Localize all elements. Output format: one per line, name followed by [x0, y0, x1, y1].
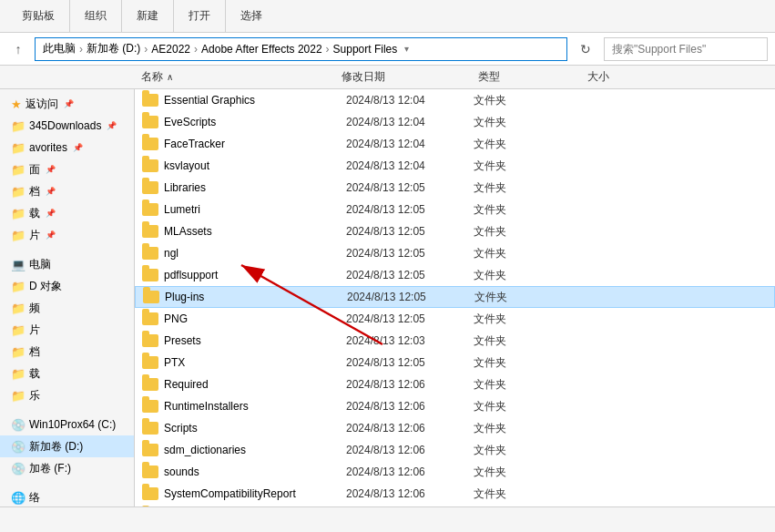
folder-icon: [142, 466, 158, 478]
col-size-header[interactable]: 大小: [587, 69, 678, 85]
folder-icon: [142, 116, 158, 128]
pin-icon: 📌: [46, 187, 56, 196]
col-name-header[interactable]: 名称 ∧: [141, 69, 342, 85]
folder-icon: [142, 225, 158, 238]
path-dropdown-icon[interactable]: ▾: [404, 44, 409, 54]
file-date: 2024/8/13 12:04: [346, 138, 474, 150]
file-row[interactable]: Required2024/8/13 12:06文件夹: [135, 373, 775, 395]
sidebar-item-pics[interactable]: 📁 片 📌: [0, 224, 134, 246]
file-type: 文件夹: [474, 246, 583, 261]
toolbar-open[interactable]: 打开: [174, 0, 226, 32]
sidebar-item-documents[interactable]: 📁 档: [0, 341, 134, 363]
file-type: 文件夹: [474, 93, 583, 108]
file-name: Presets: [164, 334, 346, 347]
sidebar-item-downloads[interactable]: 📁 345Downloads 📌: [0, 115, 134, 137]
folder-icon: [142, 312, 158, 325]
nav-up-button[interactable]: ↑: [7, 38, 29, 60]
sidebar-item-quickaccess[interactable]: ★ 返访问 📌: [0, 93, 134, 115]
sidebar-item-label: 载: [29, 366, 40, 382]
sidebar-item-favorites[interactable]: 📁 avorites 📌: [0, 137, 134, 159]
address-path[interactable]: 此电脑 › 新加卷 (D:) › AE2022 › Adobe After Ef…: [35, 37, 567, 61]
folder-icon: 📁: [11, 163, 25, 177]
folder-icon: 📁: [11, 141, 25, 155]
drive-icon: 💿: [11, 418, 25, 432]
sidebar-item-music[interactable]: 📁 乐: [0, 384, 134, 406]
file-row[interactable]: sounds2024/8/13 12:06文件夹: [135, 461, 775, 483]
file-name: MLAssets: [164, 225, 346, 238]
file-row[interactable]: MLAssets2024/8/13 12:05文件夹: [135, 220, 775, 242]
folder-icon: [143, 291, 159, 303]
folder-icon: [142, 422, 158, 435]
sidebar-item-label: 档: [29, 184, 40, 200]
file-row[interactable]: Libraries2024/8/13 12:05文件夹: [135, 177, 775, 199]
folder-icon: 📁: [11, 367, 25, 381]
toolbar-organize[interactable]: 组织: [70, 0, 122, 32]
sidebar-item-desktop[interactable]: 📁 面 📌: [0, 159, 134, 180]
file-row[interactable]: PNG2024/8/13 12:05文件夹: [135, 308, 775, 330]
file-row[interactable]: Lumetri2024/8/13 12:05文件夹: [135, 199, 775, 220]
file-type: 文件夹: [474, 268, 583, 283]
sidebar-item-docs[interactable]: 📁 档 📌: [0, 180, 134, 202]
folder-icon: 📁: [11, 229, 25, 242]
sidebar-item-3dobjects[interactable]: 📁 D 对象: [0, 275, 134, 297]
refresh-button[interactable]: ↻: [573, 36, 598, 62]
file-name: FaceTracker: [164, 138, 346, 150]
file-date: 2024/8/13 12:05: [346, 269, 474, 281]
file-type: 文件夹: [474, 290, 584, 305]
sidebar-item-drive-d[interactable]: 💿 新加卷 (D:): [0, 435, 134, 457]
sort-arrow-icon: ∧: [167, 72, 173, 82]
toolbar-new[interactable]: 新建: [122, 0, 174, 32]
sidebar-item-video[interactable]: 📁 频: [0, 297, 134, 319]
sidebar-item-photos[interactable]: 📁 片: [0, 319, 134, 341]
toolbar-select[interactable]: 选择: [226, 0, 277, 32]
sidebar-item-thispc[interactable]: 💻 电脑: [0, 253, 134, 275]
folder-icon: 📁: [11, 119, 25, 133]
folder-icon: [142, 94, 158, 107]
file-row[interactable]: EveScripts2024/8/13 12:04文件夹: [135, 111, 775, 133]
file-type: 文件夹: [474, 443, 583, 458]
file-date: 2024/8/13 12:05: [346, 225, 474, 238]
sidebar-item-drive-f[interactable]: 💿 加卷 (F:): [0, 457, 134, 479]
file-name: Required: [164, 378, 346, 391]
path-ae2022: AE2022: [151, 43, 190, 56]
file-row[interactable]: Plug-ins2024/8/13 12:05文件夹: [135, 286, 775, 308]
toolbar-clipboard[interactable]: 剪贴板: [7, 0, 70, 32]
col-type-header[interactable]: 类型: [478, 69, 587, 85]
file-type: 文件夹: [474, 115, 583, 130]
file-date: 2024/8/13 12:04: [346, 159, 474, 172]
file-date: 2024/8/13 12:05: [346, 312, 474, 325]
sidebar-item-label: 电脑: [29, 257, 51, 272]
file-date: 2024/8/13 12:04: [346, 94, 474, 107]
file-row[interactable]: PTX2024/8/13 12:05文件夹: [135, 352, 775, 373]
folder-icon: [142, 138, 158, 150]
file-row[interactable]: FaceTracker2024/8/13 12:04文件夹: [135, 133, 775, 155]
file-row[interactable]: ksvlayout2024/8/13 12:04文件夹: [135, 155, 775, 177]
file-row[interactable]: sdm_dictionaries2024/8/13 12:06文件夹: [135, 439, 775, 461]
file-type: 文件夹: [474, 224, 583, 240]
file-row[interactable]: ngl2024/8/13 12:05文件夹: [135, 242, 775, 264]
sidebar-item-label: 返访问: [25, 97, 58, 112]
sidebar-item-label: Win10Prox64 (C:): [29, 418, 116, 431]
file-name: ngl: [164, 247, 346, 260]
toolbar: 剪贴板 组织 新建 打开 选择: [0, 0, 775, 33]
folder-icon: [142, 159, 158, 172]
sidebar-item-download2[interactable]: 📁 载: [0, 363, 134, 384]
sidebar-item-network[interactable]: 🌐 络: [0, 486, 134, 506]
file-row[interactable]: Presets2024/8/13 12:03文件夹: [135, 330, 775, 352]
toolbar-new-label: 新建: [137, 8, 158, 24]
folder-icon: [142, 444, 158, 456]
file-row[interactable]: typesupport2024/8/13 12:06文件夹: [135, 505, 775, 506]
search-input[interactable]: [604, 37, 768, 61]
file-row[interactable]: Scripts2024/8/13 12:06文件夹: [135, 417, 775, 439]
file-date: 2024/8/13 12:06: [346, 487, 474, 500]
file-row[interactable]: Essential Graphics2024/8/13 12:04文件夹: [135, 89, 775, 111]
file-type: 文件夹: [474, 465, 583, 480]
file-row[interactable]: SystemCompatibilityReport2024/8/13 12:06…: [135, 483, 775, 505]
file-row[interactable]: RuntimeInstallers2024/8/13 12:06文件夹: [135, 395, 775, 417]
file-row[interactable]: pdflsupport2024/8/13 12:05文件夹: [135, 264, 775, 286]
sidebar-item-dl[interactable]: 📁 载 📌: [0, 202, 134, 224]
col-date-header[interactable]: 修改日期: [342, 69, 478, 85]
sidebar-item-drive-c[interactable]: 💿 Win10Prox64 (C:): [0, 414, 134, 435]
folder-icon: [142, 247, 158, 260]
path-computer: 此电脑: [43, 41, 76, 56]
